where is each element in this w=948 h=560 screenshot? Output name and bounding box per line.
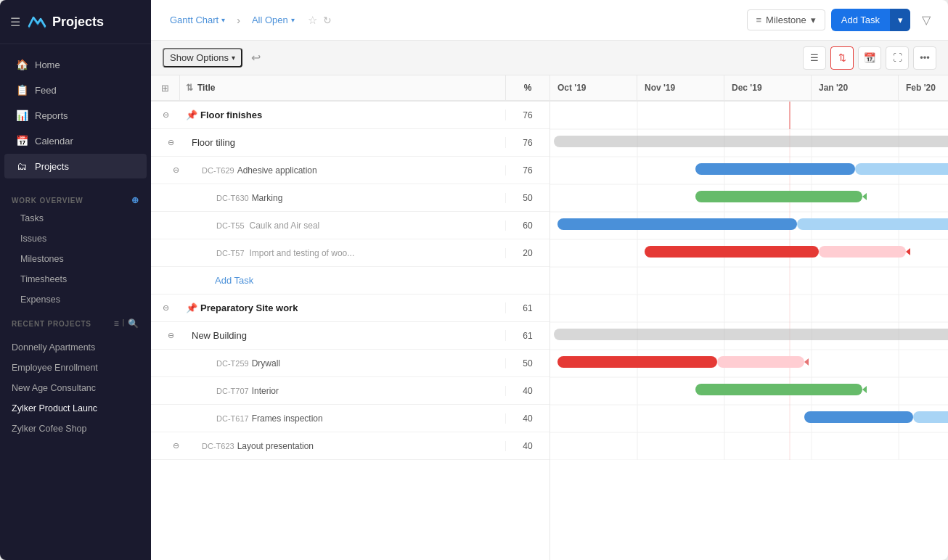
svg-rect-31 (819, 246, 906, 258)
task-name-area-5: DC-T57 Import and testing of woo... (180, 248, 506, 258)
more-options-icon: ••• (920, 52, 930, 63)
task-pct-2: 76 (506, 165, 549, 176)
sidebar-item-timesheets[interactable]: Timesheets (0, 269, 151, 289)
recent-item-donnelly[interactable]: Donnelly Apartments (0, 337, 151, 358)
svg-rect-41 (913, 411, 948, 423)
more-options-button[interactable]: ••• (913, 46, 936, 70)
recent-projects-icons: ≡ | 🔍 (114, 318, 139, 329)
task-id-11: DC-T617 (216, 414, 249, 423)
row-height-button[interactable]: ☰ (803, 46, 826, 70)
add-task-main-area[interactable]: Add Task (831, 9, 890, 31)
sidebar-header: ☰ Projects (0, 0, 151, 44)
filter-button[interactable]: ▽ (916, 9, 936, 31)
sidebar-item-calendar[interactable]: 📅 Calendar (4, 128, 147, 153)
milestone-lines-icon: ≡ (756, 15, 762, 25)
col-title-header: ⇅ Title (180, 75, 506, 100)
collapse-icon-2[interactable]: ⊖ (173, 165, 179, 175)
task-name-area-7: 📌 Preparatory Site work (180, 302, 506, 313)
sidebar-item-milestones[interactable]: Milestones (0, 249, 151, 269)
undo-button[interactable]: ↩ (248, 48, 263, 67)
show-options-button[interactable]: Show Options ▾ (163, 48, 242, 67)
task-pin-icon-0: 📌 (186, 110, 197, 120)
task-row-dc-t630: DC-T630 Marking 50 (151, 184, 549, 212)
calendar-view-button[interactable]: 📆 (858, 46, 881, 70)
task-name-area-11: DC-T617 Frames inspection (180, 413, 506, 424)
favorite-icon[interactable]: ☆ (308, 14, 317, 27)
all-open-button[interactable]: All Open ▾ (245, 11, 302, 29)
task-name-7[interactable]: Preparatory Site work (200, 302, 298, 313)
expand-circle-icon: ⊕ (131, 195, 139, 205)
svg-rect-30 (645, 246, 819, 258)
main-panel: Gantt Chart ▾ › All Open ▾ ☆ ↻ ≡ Milesto… (151, 0, 948, 560)
task-name-area-10: DC-T707 Interior (180, 386, 506, 396)
collapse-icon-7[interactable]: ⊖ (163, 303, 169, 313)
col-controls: ⊞ (151, 75, 180, 100)
filter-lines-icon: ≡ (114, 318, 120, 329)
recent-item-zylker-coffee[interactable]: Zylker Cofee Shop (0, 419, 151, 439)
recent-item-zylker-launch[interactable]: Zylker Product Launc (0, 398, 151, 419)
all-open-label: All Open (252, 15, 288, 25)
expand-collapse-button[interactable]: ⇅ (830, 46, 854, 70)
task-name-8[interactable]: New Building (192, 330, 247, 341)
filter-icon: ▽ (922, 14, 931, 26)
sidebar-item-expenses[interactable]: Expenses (0, 289, 151, 310)
collapse-icon-12[interactable]: ⊖ (173, 441, 179, 450)
add-task-link[interactable]: Add Task (215, 275, 253, 286)
collapse-icon-0[interactable]: ⊖ (163, 110, 169, 120)
task-pct-val-3: 50 (523, 193, 532, 203)
sidebar-item-calendar-label: Calendar (35, 136, 73, 147)
gantt-chart-button[interactable]: Gantt Chart ▾ (163, 11, 232, 29)
sidebar-item-home[interactable]: 🏠 Home (4, 52, 147, 77)
task-name-3[interactable]: Marking (252, 193, 283, 203)
gantt-months-header: Oct '19 Nov '19 Dec '19 Jan '20 Feb '20 … (550, 75, 948, 102)
task-pct-val-5: 20 (523, 248, 532, 258)
add-task-dropdown-area[interactable]: ▾ (890, 9, 910, 31)
sidebar-item-issues[interactable]: Issues (0, 228, 151, 249)
title-sort-icon: ⇅ (186, 83, 193, 93)
app-title: Projects (52, 15, 104, 30)
task-id-10: DC-T707 (216, 387, 249, 395)
refresh-icon[interactable]: ↻ (323, 15, 332, 26)
columns-icon[interactable]: ⊞ (161, 83, 169, 94)
task-pct-0: 76 (506, 110, 549, 120)
task-name-area-2: DC-T629 Adhesive application (180, 165, 506, 176)
collapse-icon-8[interactable]: ⊖ (168, 331, 174, 340)
task-controls-0: ⊖ (151, 110, 180, 120)
task-pct-val-4: 60 (523, 221, 532, 231)
task-name-11[interactable]: Frames inspection (252, 413, 323, 424)
recent-item-newage[interactable]: New Age Consultanc (0, 378, 151, 398)
task-name-4[interactable]: Caulk and Air seal (250, 221, 320, 231)
sidebar-item-reports[interactable]: 📊 Reports (4, 103, 147, 128)
fullscreen-button[interactable]: ⛶ (886, 46, 909, 70)
collapse-icon-1[interactable]: ⊖ (168, 138, 174, 147)
milestone-button[interactable]: ≡ Milestone ▾ (747, 9, 825, 30)
home-icon: 🏠 (16, 59, 28, 70)
add-task-button[interactable]: Add Task ▾ (831, 9, 910, 31)
gantt-chart-panel: Oct '19 Nov '19 Dec '19 Jan '20 Feb '20 … (550, 75, 948, 560)
row-height-icon: ☰ (810, 52, 819, 63)
task-controls-1: ⊖ (151, 138, 180, 147)
sidebar-item-feed[interactable]: 📋 Feed (4, 78, 147, 102)
task-name-10[interactable]: Interior (252, 386, 279, 396)
task-name-1[interactable]: Floor tiling (192, 137, 235, 148)
all-open-chevron-icon: ▾ (291, 16, 295, 24)
task-pct-val-9: 50 (523, 358, 532, 368)
title-column-label: Title (197, 83, 215, 93)
sidebar-item-projects[interactable]: 🗂 Projects (4, 154, 147, 178)
sidebar-item-tasks[interactable]: Tasks (0, 208, 151, 228)
hamburger-icon[interactable]: ☰ (10, 15, 20, 29)
task-id-4: DC-T55 (216, 221, 245, 230)
task-name-12[interactable]: Layout presentation (237, 441, 314, 451)
svg-marker-37 (804, 358, 809, 366)
task-name-5[interactable]: Import and testing of woo... (250, 248, 355, 258)
sidebar-item-home-label: Home (35, 59, 60, 70)
sidebar-item-feed-label: Feed (35, 85, 57, 96)
show-options-label: Show Options (170, 52, 229, 63)
task-controls-7: ⊖ (151, 303, 180, 313)
recent-item-employee[interactable]: Employee Enrollment (0, 358, 151, 378)
task-name-9[interactable]: Drywall (252, 358, 280, 368)
task-pct-11: 40 (506, 413, 549, 424)
task-pct-7: 61 (506, 303, 549, 313)
task-name-2[interactable]: Adhesive application (237, 165, 317, 176)
task-name-0[interactable]: Floor finishes (200, 110, 262, 120)
